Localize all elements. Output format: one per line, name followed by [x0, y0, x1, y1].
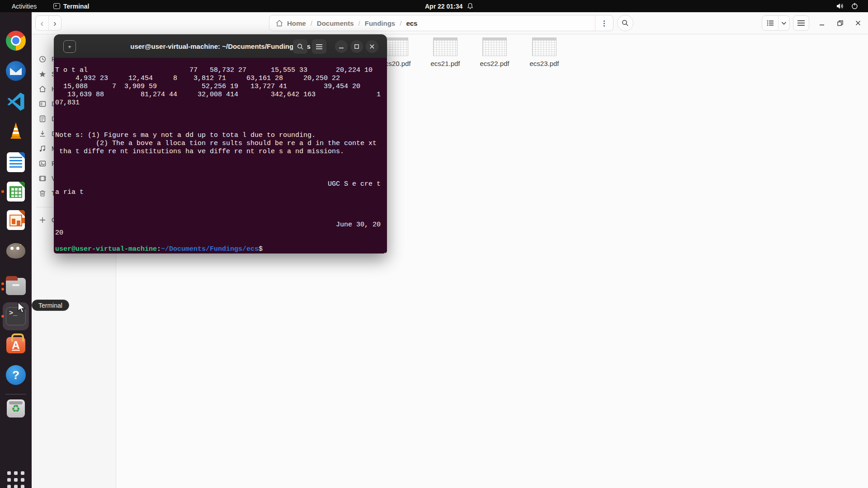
list-view-button[interactable]	[762, 16, 778, 30]
terminal-line: 13,639 88 81,274 44 32,008 414 342,642 1…	[54, 91, 387, 99]
volume-icon	[836, 3, 844, 9]
home-icon	[276, 20, 283, 27]
mouse-cursor	[17, 302, 27, 314]
clock-button[interactable]: Apr 22 01:34	[425, 0, 473, 12]
file-name: ecs21.pdf	[421, 60, 470, 67]
restore-icon	[837, 20, 843, 26]
terminal-screen[interactable]: T o t al 77 58,732 27 15,555 33 20,224 1…	[54, 58, 387, 253]
dock-item-chrome[interactable]	[5, 30, 27, 52]
hamburger-icon	[797, 20, 805, 26]
dock-item-files[interactable]	[5, 276, 27, 297]
vscode-icon	[5, 91, 27, 113]
window-menu-button[interactable]	[793, 15, 809, 31]
dock-item-libreoffice-writer[interactable]	[5, 151, 27, 173]
search-button[interactable]	[617, 15, 633, 31]
terminal-line	[54, 172, 387, 180]
terminal-line: 4,932 23 12,454 8 3,812 71 63,161 28 20,…	[54, 75, 387, 83]
prompt-path: ~/Documents/Fundings/ecs	[161, 245, 259, 253]
dock-item-thunderbird[interactable]	[5, 60, 27, 82]
terminal-line	[54, 213, 387, 221]
back-button[interactable]: ‹	[36, 16, 49, 30]
path-menu-kebab-button[interactable]: ⋮	[595, 15, 613, 31]
terminal-line	[54, 156, 387, 164]
restore-button[interactable]	[835, 18, 845, 28]
app-menu-label: Terminal	[63, 3, 89, 10]
home-icon	[39, 85, 46, 93]
notification-bell-icon	[467, 3, 473, 9]
dock-item-libreoffice-calc[interactable]	[5, 181, 27, 202]
dock-item-vscode[interactable]	[5, 91, 27, 113]
crumb-ecs[interactable]: ecs	[406, 19, 417, 27]
list-view-icon	[767, 20, 774, 26]
terminal-line: UGC S e cre t	[54, 180, 387, 188]
file-ecs21[interactable]: ecs21.pdf	[421, 38, 470, 67]
dock-item-ubuntu-software[interactable]	[5, 333, 27, 355]
dock-item-help[interactable]: ?	[5, 364, 27, 386]
crumb-documents[interactable]: Documents	[317, 19, 354, 27]
view-options-dropdown[interactable]	[778, 16, 789, 30]
maximize-icon	[354, 44, 359, 49]
terminal-app-icon: >	[53, 3, 60, 9]
forward-button[interactable]: ›	[49, 16, 61, 30]
terminal-search-button[interactable]	[293, 39, 307, 54]
terminal-line: June 30, 20	[54, 221, 387, 229]
plus-icon	[39, 216, 46, 224]
picture-icon	[39, 160, 46, 167]
trash-icon: ♻	[7, 399, 25, 418]
ubuntu-software-icon	[6, 337, 25, 353]
terminal-menu-button[interactable]	[312, 39, 326, 54]
terminal-minimize-button[interactable]	[335, 40, 348, 53]
minimize-button[interactable]	[816, 18, 827, 28]
history-nav-group: ‹ ›	[35, 15, 61, 31]
prompt-dollar: $	[259, 245, 263, 253]
dock-item-vlc[interactable]	[5, 120, 27, 141]
terminal-line	[54, 237, 387, 245]
system-status-area[interactable]	[836, 0, 858, 12]
running-indicator	[1, 282, 4, 285]
prompt-colon: :	[157, 245, 161, 253]
terminal-maximize-button[interactable]	[350, 40, 363, 53]
dock-item-trash[interactable]: ♻	[5, 398, 27, 419]
dock-tooltip: Terminal	[32, 300, 69, 311]
close-window-button[interactable]	[853, 18, 863, 28]
minimize-icon	[819, 20, 825, 26]
terminal-line: 20	[54, 229, 387, 237]
crumb-fundings[interactable]: Fundings	[365, 19, 396, 27]
chevron-down-icon	[781, 21, 787, 25]
pdf-thumbnail	[433, 38, 458, 56]
crumb-home[interactable]: Home	[287, 19, 306, 27]
prompt-user: user@user-virtual-machine	[55, 245, 157, 253]
dock-item-gimp[interactable]	[5, 240, 27, 262]
view-toggle-group	[762, 15, 790, 31]
terminal-line	[54, 115, 387, 123]
app-menu-button[interactable]: > Terminal	[53, 0, 89, 12]
running-indicator	[1, 315, 4, 318]
power-icon	[851, 3, 858, 9]
dock-item-libreoffice-impress[interactable]	[5, 209, 27, 231]
file-ecs22[interactable]: ecs22.pdf	[470, 38, 519, 67]
terminal-headerbar[interactable]: user@user-virtual-machine: ~/Documents/F…	[54, 34, 387, 58]
impress-icon	[7, 210, 25, 230]
calc-icon	[7, 182, 25, 202]
top-bar: Activities > Terminal Apr 22 01:34	[0, 0, 868, 12]
activities-button[interactable]: Activities	[9, 0, 39, 12]
breadcrumb[interactable]: Home / Documents / Fundings / ecs ⋮	[269, 15, 613, 31]
search-icon	[297, 43, 304, 50]
download-icon	[39, 130, 46, 137]
dock: >_ ? ♻	[0, 12, 32, 488]
new-tab-button[interactable]: +	[63, 40, 76, 53]
terminal-line: (2) The a bove a lloca tion re sults sho…	[54, 140, 387, 148]
files-icon	[6, 278, 26, 295]
music-icon	[39, 145, 46, 152]
terminal-close-button[interactable]	[366, 40, 378, 53]
pdf-thumbnail	[482, 38, 507, 56]
file-ecs23[interactable]: ecs23.pdf	[520, 38, 569, 67]
running-indicator	[1, 288, 4, 291]
terminal-line: tha t diffe re nt institutions ha ve dif…	[54, 148, 387, 156]
close-icon	[370, 44, 374, 49]
files-toolbar: ‹ › Home / Documents / Fundings / ecs ⋮	[32, 12, 868, 34]
app-grid-button[interactable]	[6, 470, 28, 488]
terminal-line	[54, 164, 387, 172]
document-icon	[39, 115, 46, 122]
dock-tooltip-label: Terminal	[38, 302, 62, 309]
